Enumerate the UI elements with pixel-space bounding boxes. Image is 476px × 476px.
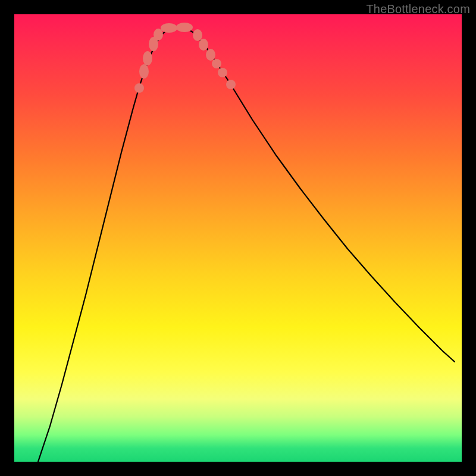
- curve-markers: [134, 23, 236, 93]
- bottleneck-curve-path: [38, 27, 455, 462]
- chart-frame: TheBottleneck.com: [0, 0, 476, 476]
- curve-marker: [199, 39, 208, 51]
- curve-marker: [206, 49, 215, 61]
- plot-area: [14, 14, 462, 462]
- curve-marker: [176, 23, 193, 32]
- curve-marker: [134, 83, 144, 93]
- curve-marker: [161, 23, 177, 33]
- curve-marker: [154, 29, 163, 40]
- bottleneck-curve: [38, 27, 455, 462]
- curve-marker: [139, 64, 149, 79]
- watermark-text: TheBottleneck.com: [366, 2, 470, 16]
- curve-marker: [212, 59, 221, 68]
- curve-marker: [193, 29, 202, 41]
- curve-layer: [14, 14, 462, 462]
- curve-marker: [218, 68, 227, 77]
- curve-marker: [143, 51, 152, 65]
- curve-marker: [226, 80, 236, 89]
